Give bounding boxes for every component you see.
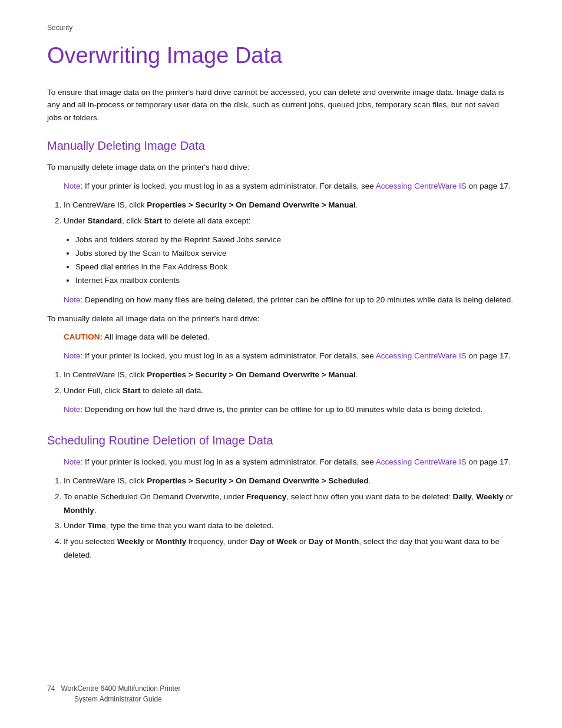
note2-label: Note: xyxy=(64,295,82,304)
s2-step3: Under Time, type the time that you want … xyxy=(64,519,515,533)
caution-text: All image data will be deleted. xyxy=(103,332,210,341)
step2-2-after: to delete all data. xyxy=(141,386,204,395)
bullet3: Speed dial entries in the Fax Address Bo… xyxy=(75,261,515,274)
s2-step3-before: Under xyxy=(64,521,88,530)
s2-note1-link[interactable]: Accessing CentreWare IS xyxy=(376,457,467,466)
s2-step4-bold1: Weekly xyxy=(117,537,144,546)
bullet1: Jobs and folders stored by the Reprint S… xyxy=(75,233,515,247)
step2-2: Under Full, click Start to delete all da… xyxy=(64,384,515,398)
s2-step3-bold: Time xyxy=(88,521,106,530)
s2-step1: In CentreWare IS, click Properties > Sec… xyxy=(64,475,515,488)
section2-note1: Note: If your printer is locked, you mus… xyxy=(64,456,515,469)
section2-steps: In CentreWare IS, click Properties > Sec… xyxy=(64,475,515,563)
bullet2: Jobs stored by the Scan to Mailbox servi… xyxy=(75,247,515,261)
step1-2-mid1: , click xyxy=(122,216,144,225)
step2-1-after: . xyxy=(356,370,358,379)
s2-step4-bold2: Monthly xyxy=(156,537,187,546)
s2-step3-after: , type the time that you want data to be… xyxy=(106,521,273,530)
step2-1-bold: Properties > Security > On Demand Overwr… xyxy=(147,370,356,379)
s2-step4-mid: frequency, under xyxy=(186,537,250,546)
section-scheduling: Scheduling Routine Deletion of Image Dat… xyxy=(47,434,515,562)
s2-step2-after: . xyxy=(94,506,97,515)
s2-step4-bold4: Day of Month xyxy=(309,537,359,546)
note1-text: If your printer is locked, you must log … xyxy=(82,182,375,190)
section1-bullets: Jobs and folders stored by the Reprint S… xyxy=(75,233,515,288)
s2-step2-bold4: Monthly xyxy=(64,506,94,515)
section1-note2: Note: Depending on how many files are be… xyxy=(64,294,515,307)
section1-steps2: In CentreWare IS, click Properties > Sec… xyxy=(64,368,515,398)
breadcrumb: Security xyxy=(47,24,515,32)
section1-note3: Note: If your printer is locked, you mus… xyxy=(64,350,515,363)
s2-step4-sep2: or xyxy=(297,537,309,546)
s2-step2-bold2: Daily xyxy=(452,492,471,501)
section1-intro2: To manually delete all image data on the… xyxy=(47,312,515,325)
s2-note1-text: If your printer is locked, you must log … xyxy=(82,457,375,466)
step1-2-before: Under xyxy=(64,216,88,225)
page: Security Overwriting Image Data To ensur… xyxy=(0,0,562,728)
footer-guide: System Administrator Guide xyxy=(74,695,162,703)
page-footer: 74 WorkCentre 6400 Multifunction Printer… xyxy=(47,683,181,704)
step1-2-after: to delete all data except: xyxy=(162,216,250,225)
s2-step4-sep1: or xyxy=(144,537,156,546)
note1-label: Note: xyxy=(64,182,82,190)
note2-text: Depending on how many files are being de… xyxy=(82,295,513,304)
note4-text: Depending on how full the hard drive is,… xyxy=(82,405,482,414)
note1-link[interactable]: Accessing CentreWare IS xyxy=(376,182,467,190)
footer-product: WorkCentre 6400 Multifunction Printer xyxy=(61,684,180,693)
section2-heading: Scheduling Routine Deletion of Image Dat… xyxy=(47,434,515,447)
step1-2: Under Standard, click Start to delete al… xyxy=(64,215,515,228)
section-manually-deleting: Manually Deleting Image Data To manually… xyxy=(47,139,515,416)
intro-paragraph: To ensure that image data on the printer… xyxy=(47,86,515,124)
step1-1-before: In CentreWare IS, click xyxy=(64,200,147,209)
step2-1-before: In CentreWare IS, click xyxy=(64,370,147,379)
section1-caution: CAUTION: All image data will be deleted. xyxy=(64,331,515,344)
s2-step2-mid: , select how often you want data to be d… xyxy=(286,492,452,501)
note1-suffix: on page 17. xyxy=(467,182,511,190)
s2-step4-before: If you selected xyxy=(64,537,117,546)
s2-note1-suffix: on page 17. xyxy=(467,457,511,466)
s2-step2-bold1: Frequency xyxy=(246,492,286,501)
s2-step2-before: To enable Scheduled On Demand Overwrite,… xyxy=(64,492,246,501)
note3-label: Note: xyxy=(64,351,82,360)
section1-heading: Manually Deleting Image Data xyxy=(47,139,515,153)
page-title: Overwriting Image Data xyxy=(47,42,515,70)
section1-intro: To manually delete image data on the pri… xyxy=(47,161,515,174)
s2-step1-after: . xyxy=(369,476,371,485)
note3-link[interactable]: Accessing CentreWare IS xyxy=(376,351,467,360)
s2-step1-bold: Properties > Security > On Demand Overwr… xyxy=(147,476,368,485)
s2-step2-sep2: or xyxy=(504,492,513,501)
s2-step2-bold3: Weekly xyxy=(476,492,503,501)
step2-2-bold: Start xyxy=(123,386,141,395)
s2-step2: To enable Scheduled On Demand Overwrite,… xyxy=(64,490,515,518)
s2-step4: If you selected Weekly or Monthly freque… xyxy=(64,535,515,562)
caution-label: CAUTION: xyxy=(64,332,103,341)
note3-text: If your printer is locked, you must log … xyxy=(82,351,375,360)
step1-1: In CentreWare IS, click Properties > Sec… xyxy=(64,199,515,212)
note4-label: Note: xyxy=(64,405,82,414)
s2-note1-label: Note: xyxy=(64,457,82,466)
step2-2-before: Under Full, click xyxy=(64,386,123,395)
step2-1: In CentreWare IS, click Properties > Sec… xyxy=(64,368,515,382)
section1-note4: Note: Depending on how full the hard dri… xyxy=(64,403,515,416)
s2-step4-bold3: Day of Week xyxy=(250,537,297,546)
step1-2-bold1: Standard xyxy=(88,216,123,225)
s2-step1-before: In CentreWare IS, click xyxy=(64,476,147,485)
step1-1-bold: Properties > Security > On Demand Overwr… xyxy=(147,200,356,209)
bullet4: Internet Fax mailbox contents xyxy=(75,274,515,288)
footer-page-number: 74 xyxy=(47,684,55,693)
step1-2-bold2: Start xyxy=(144,216,163,225)
section1-steps1: In CentreWare IS, click Properties > Sec… xyxy=(64,199,515,228)
section1-note1: Note: If your printer is locked, you mus… xyxy=(64,180,515,193)
note3-suffix: on page 17. xyxy=(467,351,511,360)
step1-1-after: . xyxy=(356,200,358,209)
